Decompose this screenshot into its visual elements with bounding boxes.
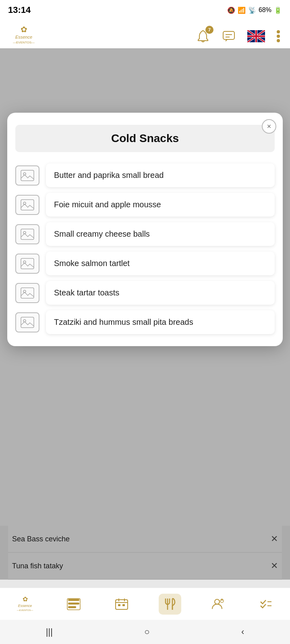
item-image-3 — [15, 254, 39, 274]
status-icons: 🔕 📶 📡 68% 🔋 — [227, 6, 282, 14]
svg-rect-20 — [21, 200, 34, 210]
svg-point-17 — [277, 39, 280, 42]
item-name-5: Tzatziki and hummus small pita breads — [46, 310, 275, 334]
home-button[interactable]: ○ — [144, 627, 149, 637]
svg-point-16 — [277, 35, 280, 38]
modal-title-wrap: Cold Snacks — [15, 125, 275, 152]
svg-rect-37 — [116, 600, 128, 609]
signal-icon: 📡 — [248, 6, 256, 14]
svg-rect-22 — [21, 229, 34, 239]
mute-icon: 🔕 — [227, 6, 235, 14]
svg-text:Essence: Essence — [15, 35, 32, 39]
notification-button[interactable]: 7 — [196, 29, 210, 43]
item-name-3: Smoke salmon tartlet — [46, 252, 275, 275]
svg-rect-3 — [223, 31, 234, 39]
logo-icon: ✿ Essence —EVENTOS— — [10, 23, 38, 49]
svg-rect-14 — [255, 30, 257, 42]
svg-rect-33 — [68, 599, 79, 601]
recent-apps-button[interactable]: ||| — [46, 627, 53, 637]
svg-point-15 — [277, 30, 280, 33]
modal-title: Cold Snacks — [111, 132, 179, 144]
svg-rect-41 — [118, 604, 120, 606]
battery-icon: 🔋 — [274, 6, 282, 14]
list-item[interactable]: Smoke salmon tartlet — [15, 252, 275, 275]
cold-snacks-modal: × Cold Snacks Butter and paprika small b… — [7, 113, 283, 346]
svg-rect-26 — [21, 288, 34, 298]
wifi-icon: 📶 — [238, 6, 246, 14]
svg-text:✿: ✿ — [21, 25, 27, 34]
svg-text:Essence: Essence — [18, 604, 32, 608]
nav-calendar-button[interactable] — [110, 594, 133, 615]
nav-icons: 7 — [196, 29, 280, 43]
status-time: 13:14 — [8, 5, 31, 15]
chat-button[interactable] — [222, 29, 236, 43]
nav-food-button[interactable] — [159, 594, 181, 615]
notification-badge: 7 — [205, 26, 213, 34]
svg-rect-28 — [21, 317, 34, 328]
list-item[interactable]: Butter and paprika small bread — [15, 163, 275, 187]
nav-guests-button[interactable] — [207, 594, 229, 615]
item-image-5 — [15, 312, 39, 332]
list-item[interactable]: Steak tartar toasts — [15, 281, 275, 305]
svg-rect-35 — [68, 606, 76, 608]
battery-text: 68% — [259, 6, 271, 14]
logo-area: ✿ Essence —EVENTOS— — [10, 23, 38, 49]
list-item[interactable]: Tzatziki and hummus small pita breads — [15, 310, 275, 334]
list-item[interactable]: Small creamy cheese balls — [15, 222, 275, 246]
item-name-2: Small creamy cheese balls — [46, 222, 275, 246]
more-menu-button[interactable] — [276, 30, 280, 43]
svg-text:—EVENTOS—: —EVENTOS— — [13, 41, 35, 44]
svg-rect-24 — [21, 258, 34, 269]
modal-close-button[interactable]: × — [262, 119, 276, 134]
modal-items-list: Butter and paprika small bread Foie micu… — [15, 163, 275, 334]
item-image-1 — [15, 195, 39, 215]
item-name-0: Butter and paprika small bread — [46, 163, 275, 187]
svg-point-45 — [215, 599, 220, 604]
back-button[interactable]: ‹ — [241, 627, 244, 637]
nav-menu-button[interactable] — [62, 594, 85, 615]
item-name-1: Foie micuit and apple mousse — [46, 193, 275, 217]
language-button[interactable] — [247, 30, 265, 42]
bottom-logo[interactable]: ✿ Essence —EVENTOS— — [13, 594, 37, 614]
item-image-2 — [15, 224, 39, 244]
top-nav: ✿ Essence —EVENTOS— 7 — [0, 20, 290, 52]
svg-text:✿: ✿ — [22, 596, 27, 603]
list-item[interactable]: Foie micuit and apple mousse — [15, 193, 275, 217]
svg-rect-34 — [68, 603, 79, 605]
svg-text:—EVENTOS—: —EVENTOS— — [17, 609, 33, 611]
bottom-nav: ✿ Essence —EVENTOS— — [0, 588, 290, 620]
nav-tasks-button[interactable] — [255, 594, 277, 615]
item-image-0 — [15, 165, 39, 186]
item-image-4 — [15, 283, 39, 303]
system-nav: ||| ○ ‹ — [0, 620, 290, 644]
status-bar: 13:14 🔕 📶 📡 68% 🔋 — [0, 0, 290, 20]
svg-rect-42 — [122, 604, 125, 606]
svg-rect-18 — [21, 170, 34, 181]
item-name-4: Steak tartar toasts — [46, 281, 275, 305]
